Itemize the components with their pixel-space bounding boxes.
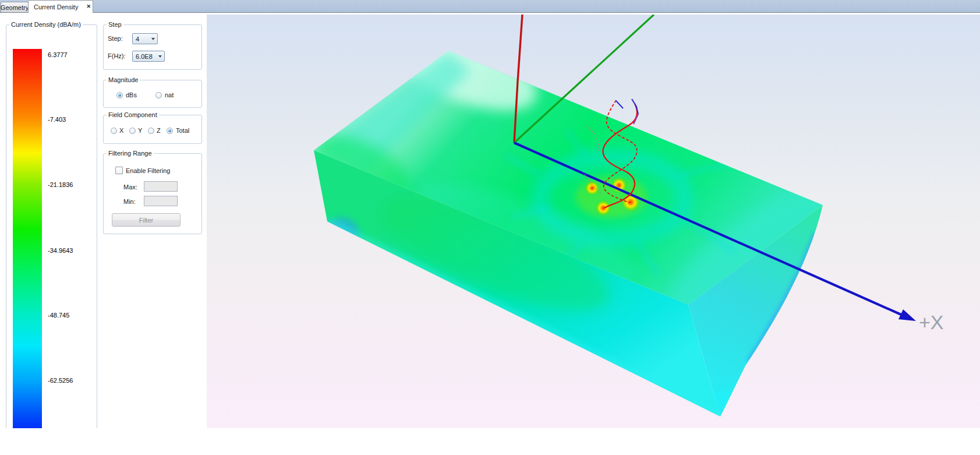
magnitude-group-title: Magnitude (107, 76, 140, 83)
field-y-radio[interactable] (129, 128, 136, 134)
helix-tip-purple (634, 114, 638, 124)
viewport-3d[interactable]: +X (207, 15, 980, 428)
field-y-label: Y (138, 127, 142, 134)
step-select[interactable]: 4 (132, 33, 158, 44)
bottom-bar: Options Show Axis Show Geometry Save as.… (0, 428, 980, 455)
colorbar-gradient (13, 49, 42, 450)
field-x-radio[interactable] (111, 128, 117, 134)
x-axis-label: +X (919, 311, 944, 333)
colorbar-tick: -34.9643 (48, 247, 73, 255)
field-component-group-title: Field Component (107, 111, 159, 118)
nat-radio[interactable] (155, 92, 162, 98)
colorbar-tick: -62.5256 (48, 377, 73, 385)
field-z-label: Z (157, 127, 161, 134)
colorbar-title: Current Density (dBA/m) (9, 21, 83, 28)
frequency-select[interactable]: 6.0E8 (132, 51, 165, 62)
field-total-label: Total (176, 127, 189, 134)
colorbar-tick: -48.745 (48, 312, 69, 319)
tab-geometry-label: Geometry (1, 4, 29, 11)
step-group: Step (103, 24, 202, 70)
colorbar-tick: -21.1836 (48, 181, 73, 189)
field-x-label: X (119, 127, 123, 134)
dbs-radio-label: dBs (126, 91, 137, 98)
tab-bar: Geometry Current Density ✕ (0, 0, 980, 13)
filtering-range-group-title: Filtering Range (107, 150, 154, 157)
tab-current-density[interactable]: Current Density ✕ (28, 0, 93, 13)
side-panel: Current Density (dBA/m) 6.3777 -7.403 -2… (0, 13, 207, 455)
helix-tip-blue (616, 101, 623, 108)
enable-filtering-checkbox[interactable] (115, 167, 123, 174)
colorbar-tick: -7.403 (48, 116, 66, 124)
field-total-radio[interactable] (167, 128, 173, 134)
min-input[interactable] (144, 196, 178, 206)
scene-3d: +X (207, 15, 980, 428)
max-label: Max: (123, 184, 137, 191)
helix-tip-blue (632, 99, 638, 114)
step-select-value: 4 (136, 36, 139, 43)
close-tab-icon[interactable]: ✕ (86, 4, 91, 9)
dbs-radio[interactable] (116, 92, 123, 98)
step-group-title: Step (107, 21, 123, 28)
frequency-label: F(Hz): (108, 52, 126, 59)
step-label: Step: (108, 35, 123, 42)
x-axis-arrowhead (898, 309, 916, 321)
min-label: Min: (123, 198, 136, 205)
field-z-radio[interactable] (148, 128, 154, 134)
enable-filtering-label: Enable Filtering (126, 167, 170, 174)
tab-current-density-label: Current Density (34, 3, 78, 10)
nat-radio-label: nat (165, 91, 174, 98)
max-input[interactable] (144, 181, 178, 192)
chevron-down-icon (151, 38, 155, 40)
filter-button[interactable]: Filter (112, 213, 181, 227)
tab-geometry[interactable]: Geometry (1, 2, 29, 12)
colorbar-tick: 6.3777 (48, 51, 68, 59)
chevron-down-icon (158, 55, 162, 58)
frequency-select-value: 6.0E8 (136, 53, 153, 60)
